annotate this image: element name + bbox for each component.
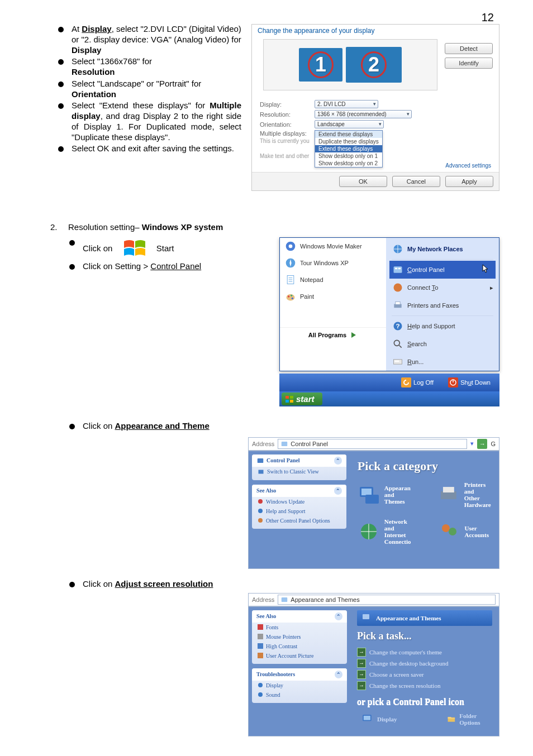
connect-icon xyxy=(392,281,404,294)
appearance-icon xyxy=(358,484,380,506)
t: Select OK and exit after saving the sett… xyxy=(72,143,234,153)
switch-classic-link[interactable]: Switch to Classic View xyxy=(252,467,346,477)
switch-icon xyxy=(258,468,264,475)
cat-appearance[interactable]: AppearanandThemes xyxy=(358,481,411,508)
mouse-pointers-link[interactable]: Mouse Pointers xyxy=(252,632,347,642)
xp-item-paint[interactable]: Paint xyxy=(280,288,386,305)
t: Folder Options xyxy=(459,712,488,726)
top-bullet-list: At Display, select "2.DVI LCD" (Digital … xyxy=(56,24,241,154)
t: Orientation xyxy=(72,89,116,99)
cat-printers[interactable]: Printersand OtherHardware xyxy=(437,481,491,508)
svg-point-24 xyxy=(258,499,263,504)
ts-display-link[interactable]: Display xyxy=(252,681,347,690)
xp-item-moviemaker[interactable]: Windows Movie Maker xyxy=(280,238,386,255)
address-input[interactable]: Control Panel xyxy=(278,439,467,449)
svg-point-1 xyxy=(289,245,293,248)
other-cp-link[interactable]: Other Control Panel Options xyxy=(252,516,346,525)
svg-point-34 xyxy=(449,528,456,535)
monitor-1[interactable]: 1 xyxy=(299,48,342,82)
mouse-icon xyxy=(258,634,263,639)
xp-item-notepad[interactable]: Notepad xyxy=(280,271,386,288)
lbl-orient: Orientation: xyxy=(260,121,311,128)
t: Appearance and Themes xyxy=(376,615,441,621)
detect-button[interactable]: Detect xyxy=(445,43,493,54)
user-picture-link[interactable]: User Account Picture xyxy=(252,651,347,661)
logoff-button[interactable]: Log Off xyxy=(397,376,438,389)
collapse-icon[interactable]: ⌃ xyxy=(335,613,342,620)
cat-users[interactable]: UserAccounts xyxy=(438,518,489,545)
t: Help and Support xyxy=(407,323,455,329)
cat-network[interactable]: NetworkandInternetConnectio xyxy=(358,518,411,545)
svg-rect-38 xyxy=(258,643,263,649)
appearance-icon xyxy=(280,596,288,604)
ts-sound-link[interactable]: Sound xyxy=(252,690,347,700)
dd-opt-extend2[interactable]: Extend these displays xyxy=(315,145,382,152)
bullet-multiple: Select "Extend these displays" for Multi… xyxy=(56,101,241,142)
help-support-link[interactable]: Help and Support xyxy=(252,506,346,516)
task-resolution[interactable]: →Change the screen resolution xyxy=(357,680,492,691)
svg-point-26 xyxy=(258,518,263,523)
xp-item-printers[interactable]: Printers and Faxes xyxy=(389,296,496,314)
multiple-displays-dropdown[interactable]: Extend these displays Duplicate these di… xyxy=(315,130,383,168)
xp-item-search[interactable]: Search xyxy=(389,335,496,353)
dd-opt-only2[interactable]: Show desktop only on 2 xyxy=(315,160,382,167)
display-preview[interactable]: 1 2 Detect Identify xyxy=(263,39,437,90)
t: Control Panel xyxy=(266,457,300,463)
t: My Network Places xyxy=(407,246,463,252)
t: o xyxy=(435,284,438,291)
folder-options-link[interactable]: Folder Options xyxy=(447,712,488,726)
shutdown-icon xyxy=(448,377,458,387)
t: Run... xyxy=(407,358,423,365)
svg-point-40 xyxy=(258,683,263,687)
shutdown-button[interactable]: Shut Down xyxy=(444,376,495,389)
display-select[interactable]: 2. DVI LCD xyxy=(315,100,378,108)
collapse-icon[interactable]: ⌃ xyxy=(335,671,342,678)
t: See Also xyxy=(256,613,276,619)
windows-logo-icon xyxy=(122,238,147,260)
t: Click on xyxy=(83,579,115,588)
xp-item-control-panel[interactable]: Control Panel xyxy=(389,261,496,279)
notepad-icon xyxy=(284,274,297,286)
fonts-link[interactable]: Fonts xyxy=(252,623,347,632)
t: UserAccounts xyxy=(465,525,489,538)
high-contrast-link[interactable]: High Contrast xyxy=(252,642,347,651)
cancel-button[interactable]: Cancel xyxy=(392,176,440,187)
t: ontrol Panel xyxy=(412,266,445,273)
ok-button[interactable]: OK xyxy=(339,176,387,187)
task-screensaver[interactable]: →Choose a screen saver xyxy=(357,669,492,680)
t: User Account Picture xyxy=(266,653,314,659)
t: Help and Support xyxy=(266,508,306,514)
xp-item-run[interactable]: Run... xyxy=(389,353,496,371)
xp-item-network-places[interactable]: My Network Places xyxy=(389,240,496,258)
svg-rect-35 xyxy=(282,597,288,601)
arrow-icon: → xyxy=(357,670,366,679)
start-button[interactable]: start xyxy=(282,393,322,405)
windows-update-link[interactable]: Windows Update xyxy=(252,497,346,506)
monitor-2[interactable]: 2 xyxy=(346,47,402,83)
bullet-orientation: Select "Landscape" or "Portrait" for Ori… xyxy=(56,79,241,100)
collapse-icon[interactable]: ⌃ xyxy=(334,487,342,495)
task-background[interactable]: →Change the desktop background xyxy=(357,658,492,669)
resolution-select[interactable]: 1366 × 768 (recommended) xyxy=(315,110,412,118)
all-programs[interactable]: All Programs xyxy=(280,327,386,342)
xp-item-tour[interactable]: Tour Windows XP xyxy=(280,255,386,271)
svg-rect-28 xyxy=(361,489,372,495)
apply-button[interactable]: Apply xyxy=(445,176,493,187)
go-button[interactable]: → xyxy=(477,439,487,449)
address-input-2[interactable]: Appearance and Themes xyxy=(278,595,496,605)
dd-opt-only1[interactable]: Show desktop only on 1 xyxy=(315,152,382,160)
dd-opt-dup[interactable]: Duplicate these displays xyxy=(315,138,382,145)
xp-start-menu: Windows Movie Maker Tour Windows XP Note… xyxy=(279,237,499,371)
t: NetworkandInternetConnectio xyxy=(384,518,411,545)
bullet-adjust-resolution: Click on Adjust screen resolution xyxy=(67,579,499,590)
task-theme[interactable]: →Change the computer's theme xyxy=(357,647,492,658)
collapse-icon[interactable]: ⌃ xyxy=(334,457,342,465)
display-icon-link[interactable]: Display xyxy=(361,712,397,726)
dd-opt-extend[interactable]: Extend these displays xyxy=(315,131,382,138)
fonts-icon xyxy=(258,624,263,630)
svg-point-12 xyxy=(394,284,402,292)
xp-item-help[interactable]: ?Help and Support xyxy=(389,317,496,335)
orientation-select[interactable]: Landscape xyxy=(315,120,384,128)
identify-button[interactable]: Identify xyxy=(445,58,493,69)
xp-item-connect[interactable]: Connect To▸ xyxy=(389,279,496,296)
